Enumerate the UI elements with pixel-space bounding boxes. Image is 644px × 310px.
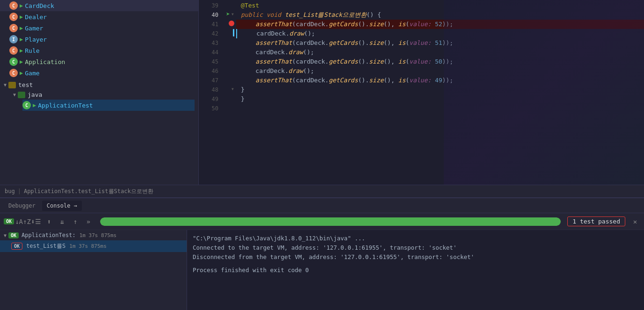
sidebar-item-application-test[interactable]: C ▶ ApplicationTest xyxy=(22,100,195,111)
java-folder-label: java xyxy=(28,91,42,98)
line-num-45: 45 xyxy=(203,57,218,66)
code-line-40: public void test_List를Stack으로변환 () { xyxy=(236,10,644,20)
line-num-41: 41 xyxy=(203,20,218,29)
gutter-45 xyxy=(222,56,236,65)
fold-close-icon: ▾ xyxy=(231,86,234,92)
sort-alpha-button[interactable]: ↓A↑Z xyxy=(18,216,28,227)
code-line-42: cardDeck. draw (); xyxy=(236,29,644,38)
gutter-39 xyxy=(222,0,236,9)
code-line-46: cardDeck. draw (); xyxy=(236,66,644,76)
collapse-button[interactable]: ⬇☰ xyxy=(31,216,41,227)
sidebar-item-label: Dealer xyxy=(25,14,47,21)
gutter-41 xyxy=(222,19,236,28)
test-folder-row[interactable]: ▼ test xyxy=(4,80,195,90)
sidebar-item-label: Application xyxy=(25,58,65,65)
java-folder-row[interactable]: ▼ java xyxy=(13,90,195,100)
class-icon-c: C xyxy=(9,69,18,77)
ok-badge-app: OK xyxy=(8,232,19,238)
test-item-app-duration: 1m 37s 875ms xyxy=(80,232,116,238)
gutter-40: ➤ ▾ xyxy=(222,9,236,19)
collapse-all-button[interactable]: ⇊ xyxy=(57,216,67,227)
code-line-44: cardDeck. draw (); xyxy=(236,48,644,57)
sidebar-item-label: Player xyxy=(25,36,47,43)
code-line-48: } xyxy=(236,85,644,94)
sidebar-item-player[interactable]: I ▶ Player xyxy=(0,34,198,45)
panel-content: ▼ OK ApplicationTest: 1m 37s 875ms OK te… xyxy=(0,230,644,310)
gutter-42 xyxy=(222,28,236,37)
active-line-indicator xyxy=(233,29,234,36)
sidebar-item-dealer[interactable]: C ▶ Dealer xyxy=(0,11,198,22)
code-line-39: @Test xyxy=(236,1,644,10)
class-icon-g: C xyxy=(9,58,18,66)
breadcrumb-separator: | xyxy=(18,188,21,195)
sidebar-item-rule[interactable]: C ▶ Rule xyxy=(0,45,198,56)
more-button[interactable]: » xyxy=(83,216,94,227)
up-button[interactable]: ↑ xyxy=(70,216,80,227)
sidebar-item-label: Gamer xyxy=(25,25,43,32)
test-item-list-label: test_List를S xyxy=(26,242,65,250)
class-icon-c: C xyxy=(9,1,18,10)
test-folder-label: test xyxy=(18,81,33,88)
run-indicator: ▶ xyxy=(20,58,23,65)
run-indicator: ▶ xyxy=(33,102,36,108)
java-folder-container: ▼ java C ▶ ApplicationTest xyxy=(4,90,195,111)
sidebar-item-application[interactable]: C ▶ Application xyxy=(0,56,198,67)
breadcrumb-bar: bug | ApplicationTest.test_List를Stack으로변… xyxy=(0,185,644,198)
class-icon-c: C xyxy=(9,13,18,21)
gutter: ➤ ▾ ▾ xyxy=(222,0,236,185)
line-num-49: 49 xyxy=(203,94,218,104)
gutter-49 xyxy=(222,94,236,103)
sidebar-item-carddeck[interactable]: C ▶ CardDeck xyxy=(0,0,198,11)
expand-arrow: ▼ xyxy=(13,92,16,97)
code-line-49: } xyxy=(236,94,644,104)
test-class-icon: C xyxy=(22,101,31,109)
sidebar-item-label: Rule xyxy=(25,47,39,54)
class-icon-c: C xyxy=(9,24,18,32)
code-line-45: assertThat (cardDeck. getCards (). size … xyxy=(236,57,644,66)
line-num-50: 50 xyxy=(203,104,218,113)
ok-badge-list: OK xyxy=(11,243,22,250)
run-indicator: ▶ xyxy=(20,25,23,31)
line-num-44: 44 xyxy=(203,48,218,57)
folder-icon xyxy=(8,82,16,88)
panel-tabs: Debugger Console → xyxy=(0,198,644,213)
code-line-50 xyxy=(236,104,644,113)
breakpoint-icon[interactable] xyxy=(229,21,234,26)
test-item-list-duration: 1m 37s 875ms xyxy=(69,243,106,249)
console-output: "C:\Program Files\Java\jdk1.8.0_112\bin\… xyxy=(187,230,644,310)
console-line-1: "C:\Program Files\Java\jdk1.8.0_112\bin\… xyxy=(193,234,638,243)
java-folder-icon xyxy=(18,92,25,98)
test-progress-bar xyxy=(100,217,561,226)
code-line-47: assertThat (cardDeck. getCards (). size … xyxy=(236,76,644,85)
close-panel-button[interactable]: ✕ xyxy=(630,216,640,227)
expand-button[interactable]: ⬆ xyxy=(44,216,54,227)
test-class-label: ApplicationTest xyxy=(38,102,93,109)
code-line-43: assertThat (cardDeck. getCards (). size … xyxy=(236,38,644,48)
expand-arrow-icon: ▼ xyxy=(4,233,7,238)
code-content: 39 40 41 42 43 44 45 46 47 48 49 50 ➤ ▾ xyxy=(199,0,644,185)
run-indicator: ▶ xyxy=(20,2,23,9)
line-num-48: 48 xyxy=(203,85,218,94)
progress-fill xyxy=(100,217,561,226)
tab-debugger[interactable]: Debugger xyxy=(4,201,40,211)
test-item-list[interactable]: OK test_List를S 1m 37s 875ms xyxy=(0,240,187,252)
test-item-app-label: ApplicationTest: xyxy=(22,232,76,238)
console-line-3: Disconnected from the target VM, address… xyxy=(193,252,638,262)
code-editor[interactable]: @Test public void test_List를Stack으로변환 ()… xyxy=(236,0,644,185)
run-indicator: ▶ xyxy=(20,14,23,20)
console-line-5: Process finished with exit code 0 xyxy=(193,266,638,275)
test-item-app[interactable]: ▼ OK ApplicationTest: 1m 37s 875ms xyxy=(0,230,187,240)
run-indicator: ▶ xyxy=(20,36,23,43)
sidebar-item-game[interactable]: C ▶ Game xyxy=(0,67,198,79)
ok-status-badge: OK xyxy=(4,218,14,224)
line-num-40: 40 xyxy=(203,10,218,20)
breadcrumb-path: ApplicationTest.test_List를Stack으로변환 xyxy=(24,187,153,195)
line-num-42: 42 xyxy=(203,29,218,38)
tab-console[interactable]: Console → xyxy=(42,201,82,211)
sidebar: C ▶ CardDeck C ▶ Dealer C ▶ Gamer I ▶ Pl… xyxy=(0,0,199,185)
gutter-46 xyxy=(222,65,236,75)
line-num-47: 47 xyxy=(203,76,218,85)
sidebar-item-gamer[interactable]: C ▶ Gamer xyxy=(0,22,198,34)
sidebar-item-label: CardDeck xyxy=(25,2,54,9)
bottom-panel: Debugger Console → OK ↓A↑Z ⬇☰ ⬆ ⇊ ↑ » 1 … xyxy=(0,198,644,310)
